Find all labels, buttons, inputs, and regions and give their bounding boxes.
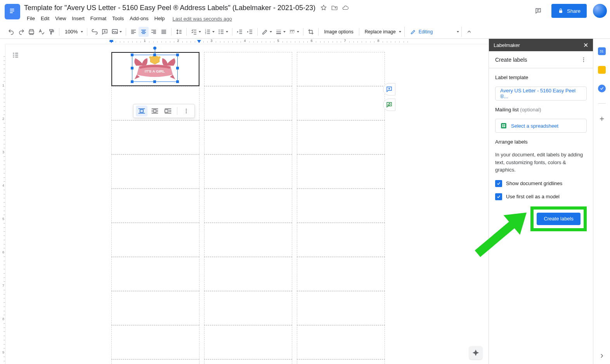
label-cell[interactable] xyxy=(204,257,292,291)
panel-more-icon[interactable] xyxy=(581,57,587,63)
selected-image[interactable]: IT'S A GIRL xyxy=(132,55,177,81)
label-cell[interactable] xyxy=(297,325,385,359)
crop-image-button[interactable] xyxy=(306,27,316,37)
label-cell[interactable] xyxy=(111,325,199,359)
replace-image-button[interactable]: Replace image xyxy=(362,27,404,37)
use-first-cell-checkbox[interactable]: Use first cell as a model xyxy=(495,193,587,200)
inline-with-text-option[interactable] xyxy=(136,106,147,116)
menu-insert[interactable]: Insert xyxy=(69,14,87,23)
menu-format[interactable]: Format xyxy=(88,14,109,23)
resize-handle[interactable] xyxy=(131,80,133,83)
label-cell[interactable] xyxy=(111,120,199,154)
collapse-sidecol-icon[interactable] xyxy=(598,352,605,359)
horizontal-ruler[interactable]: 12345678 xyxy=(5,39,489,44)
editing-mode-select[interactable]: Editing xyxy=(407,27,450,37)
close-panel-icon[interactable]: ✕ xyxy=(583,42,588,49)
document-title[interactable]: Template for "Avery US Letter - 5160 Eas… xyxy=(24,4,315,12)
calendar-app-icon[interactable] xyxy=(598,47,606,55)
resize-handle[interactable] xyxy=(176,80,179,83)
label-cell[interactable] xyxy=(204,154,292,189)
label-cell[interactable] xyxy=(204,359,292,364)
label-cell[interactable] xyxy=(297,359,385,364)
border-weight-button[interactable] xyxy=(274,27,287,37)
get-addons-icon[interactable]: ＋ xyxy=(598,114,606,122)
label-cell[interactable] xyxy=(111,291,199,325)
label-cell[interactable] xyxy=(111,359,199,364)
create-labels-button[interactable]: Create labels xyxy=(537,213,581,225)
undo-button[interactable] xyxy=(6,27,16,37)
label-cell[interactable] xyxy=(204,325,292,359)
image-options-button[interactable]: Image options xyxy=(321,27,356,37)
label-cell[interactable] xyxy=(204,86,292,120)
label-cell[interactable] xyxy=(204,223,292,257)
paint-format-button[interactable] xyxy=(47,27,57,37)
label-cell[interactable] xyxy=(204,291,292,325)
comments-icon[interactable] xyxy=(531,4,545,18)
label-cell[interactable] xyxy=(111,223,199,257)
label-cell[interactable] xyxy=(111,154,199,189)
line-spacing-button[interactable] xyxy=(174,27,184,37)
share-button[interactable]: Share xyxy=(551,4,587,18)
decrease-indent-button[interactable] xyxy=(235,27,245,37)
cloud-status-icon[interactable] xyxy=(342,4,349,11)
menu-view[interactable]: View xyxy=(52,14,69,23)
bulleted-list-button[interactable] xyxy=(216,27,230,37)
label-cell[interactable] xyxy=(297,223,385,257)
document-scroll[interactable]: IT'S A GIRL xyxy=(5,44,489,364)
suggest-edits-side-button[interactable] xyxy=(383,99,395,111)
docs-app-icon[interactable] xyxy=(5,4,20,19)
insert-link-button[interactable] xyxy=(90,27,100,37)
align-center-button[interactable] xyxy=(139,27,149,37)
print-button[interactable] xyxy=(26,27,36,37)
label-cell[interactable] xyxy=(111,189,199,223)
tasks-app-icon[interactable] xyxy=(598,85,606,92)
border-color-button[interactable] xyxy=(260,27,274,37)
align-left-button[interactable] xyxy=(128,27,139,37)
insert-image-button[interactable] xyxy=(110,27,123,37)
border-dash-button[interactable] xyxy=(287,27,301,37)
menu-tools[interactable]: Tools xyxy=(109,14,127,23)
menu-help[interactable]: Help xyxy=(152,14,168,23)
label-cell[interactable] xyxy=(297,154,385,189)
add-comment-button[interactable] xyxy=(100,27,110,37)
show-gridlines-checkbox[interactable]: Show document gridlines xyxy=(495,180,587,187)
wrap-text-option[interactable] xyxy=(149,106,161,116)
label-cell[interactable] xyxy=(297,189,385,223)
label-cell[interactable] xyxy=(204,189,292,223)
label-cell[interactable] xyxy=(297,52,385,86)
resize-handle[interactable] xyxy=(153,80,156,83)
checklist-button[interactable] xyxy=(189,27,203,37)
select-spreadsheet-button[interactable]: Select a spreadsheet xyxy=(495,119,587,133)
numbered-list-button[interactable]: 123 xyxy=(203,27,216,37)
menu-edit[interactable]: Edit xyxy=(38,14,52,23)
label-cell[interactable] xyxy=(204,52,292,86)
spellcheck-button[interactable] xyxy=(36,27,47,37)
label-cell[interactable] xyxy=(297,291,385,325)
image-more-options[interactable] xyxy=(180,106,192,116)
explore-button[interactable] xyxy=(469,346,482,359)
align-justify-button[interactable] xyxy=(159,27,169,37)
increase-indent-button[interactable] xyxy=(245,27,255,37)
rotate-handle[interactable] xyxy=(153,47,156,50)
label-cell[interactable] xyxy=(297,120,385,154)
zoom-select[interactable]: 100% xyxy=(62,27,85,37)
star-icon[interactable] xyxy=(320,4,327,11)
label-cell[interactable] xyxy=(111,257,199,291)
label-cell[interactable] xyxy=(204,120,292,154)
resize-handle[interactable] xyxy=(176,54,179,56)
move-icon[interactable] xyxy=(331,4,338,11)
menu-addons[interactable]: Add-ons xyxy=(127,14,151,23)
add-comment-side-button[interactable] xyxy=(383,83,395,95)
resize-handle[interactable] xyxy=(153,54,156,56)
label-cell[interactable]: IT'S A GIRL xyxy=(111,52,199,86)
label-cell[interactable] xyxy=(297,86,385,120)
break-text-option[interactable] xyxy=(162,106,174,116)
template-select-button[interactable]: Avery US Letter - 5160 Easy Peel ®... xyxy=(495,87,587,101)
account-avatar[interactable] xyxy=(593,4,607,18)
resize-handle[interactable] xyxy=(176,67,179,69)
redo-button[interactable] xyxy=(16,27,26,37)
label-cell[interactable] xyxy=(297,257,385,291)
last-edit-link[interactable]: Last edit was seconds ago xyxy=(173,16,232,22)
menu-file[interactable]: File xyxy=(24,14,38,23)
keep-app-icon[interactable] xyxy=(598,66,606,74)
